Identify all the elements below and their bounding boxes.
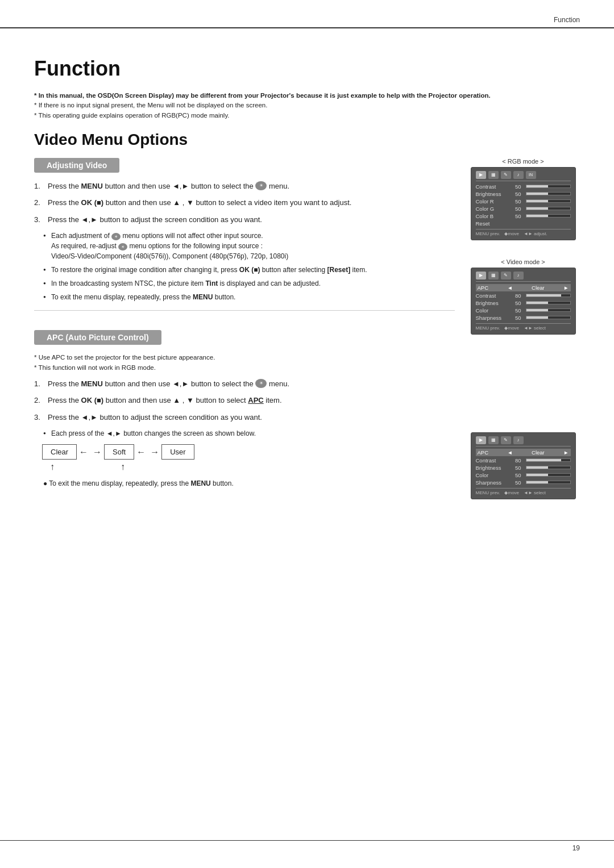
apc-apc-left: ◄ [507, 449, 512, 456]
intro-note1: * If there is no input signal present, t… [34, 102, 267, 108]
video-row-brightness: Brightnes 50 [476, 300, 571, 306]
apc-row-sharpness: Sharpness 50 [476, 479, 571, 486]
top-border [0, 27, 614, 28]
apc-box-user: User [161, 444, 194, 460]
contrast-label: Contrast [476, 183, 510, 190]
video-brightness-label: Brightnes [476, 300, 510, 306]
apc-step-1-text: Press the MENU button and then use ◄,► b… [48, 378, 289, 390]
apc-section: APC (Auto Picture Control) * Use APC to … [34, 319, 455, 487]
colorg-value: 50 [510, 206, 521, 212]
video-contrast-value: 80 [510, 293, 521, 299]
video-osd-container: < Video mode > ▶ ▦ ✎ ♪ APC ◄ Clear [466, 258, 580, 335]
apc-bullet-1: Each press of the ◄,► button changes the… [43, 428, 455, 439]
rgb-row-colorr: Color R 50 [476, 198, 571, 205]
apc-icon-play: ▶ [476, 436, 486, 444]
apc-box-soft: Soft [104, 444, 134, 460]
video-footer-move: ◆move [504, 326, 519, 331]
apc-osd-container: ▶ ▦ ✎ ♪ APC ◄ Clear ► Contrast [466, 432, 580, 499]
bullet-3: In the broadcasting system NTSC, the pic… [43, 278, 455, 289]
page-number: 19 [572, 844, 580, 852]
apc-sharpness-bar-fill [526, 481, 549, 483]
rgb-osd-box: ▶ ▦ ✎ ♪ IN Contrast 50 Brightness [471, 167, 576, 240]
apc-box-clear: Clear [42, 444, 77, 460]
brightness-bar [526, 192, 571, 195]
reset-label: Reset [476, 220, 510, 227]
adjusting-video-bullets: Each adjustment of ☀ menu options will n… [43, 231, 455, 302]
rgb-row-colorb: Color B 50 [476, 213, 571, 219]
step-2-text: Press the OK (■) button and then use ▲ ,… [48, 197, 351, 208]
apc-step-3-text: Press the ◄,► button to adjust the scree… [48, 412, 262, 423]
page-title: Function [34, 57, 580, 81]
apc-osd-icons: ▶ ▦ ✎ ♪ [476, 436, 571, 446]
rgb-row-colorg: Color G 50 [476, 206, 571, 212]
apc-diagram: Clear ← → Soft ← → User [42, 444, 455, 471]
soft-label: Soft [113, 448, 126, 456]
left-arrow-2: ← [134, 447, 148, 457]
page-container: Function 19 Function * In this manual, t… [0, 0, 614, 868]
osd-icon-grid: ▦ [488, 171, 499, 179]
apc-osd-box: ▶ ▦ ✎ ♪ APC ◄ Clear ► Contrast [471, 432, 576, 499]
apc-brightness-bar [526, 466, 571, 469]
video-icon-edit: ✎ [501, 272, 511, 279]
apc-icon-grid: ▦ [488, 436, 499, 444]
video-apc-left: ◄ [507, 285, 512, 291]
apc-sharpness-bar [526, 481, 571, 484]
video-icon-note: ♪ [513, 272, 524, 279]
rgb-osd-icons: ▶ ▦ ✎ ♪ IN [476, 171, 571, 181]
rgb-osd-container: < RGB mode > ▶ ▦ ✎ ♪ IN Contrast 50 [466, 158, 580, 240]
colorr-label: Color R [476, 198, 510, 205]
video-color-bar-fill [526, 309, 549, 311]
user-label: User [170, 448, 185, 456]
page-content: Function * In this manual, the OSD(On Sc… [34, 40, 580, 828]
arrow-1-up: ↑ [50, 462, 55, 471]
apc-color-bar-fill [526, 474, 549, 476]
colorg-bar [526, 207, 571, 210]
apc-row-brightness: Brightness 50 [476, 465, 571, 471]
video-brightness-bar [526, 301, 571, 304]
video-footer-select: ◄► select [524, 326, 546, 331]
bullet-2: To restore the original image condition … [43, 265, 455, 275]
adjusting-video-steps: Press the MENU button and then use ◄,► b… [34, 181, 455, 226]
apc-step-2-text: Press the OK (■) button and then use ▲ ,… [48, 395, 282, 406]
apc-footer-menu: MENU prev. [476, 490, 500, 495]
video-icon-grid: ▦ [488, 272, 499, 279]
colorb-bar-fill [526, 215, 549, 217]
video-contrast-bar [526, 294, 571, 297]
osd-icon-play: ▶ [476, 171, 486, 179]
apc-contrast-label: Contrast [476, 457, 510, 464]
video-row-color: Color 50 [476, 307, 571, 314]
colorg-bar-fill [526, 207, 549, 210]
footer-move: ◆move [504, 231, 519, 236]
contrast-value: 50 [510, 183, 521, 190]
video-row-sharpness: Sharpness 50 [476, 315, 571, 321]
video-color-value: 50 [510, 307, 521, 314]
footer-menu: MENU prev. [476, 231, 500, 236]
arrow-2-up: ↑ [121, 462, 125, 471]
apc-icon-note: ♪ [513, 436, 524, 444]
apc-contrast-bar [526, 458, 571, 462]
up-arrow-2: ↑ [121, 462, 125, 471]
video-brightness-value: 50 [510, 300, 521, 306]
rgb-row-reset: Reset [476, 220, 571, 227]
apc-footer-select: ◄► select [524, 490, 546, 495]
video-osd-icons: ▶ ▦ ✎ ♪ [476, 272, 571, 282]
apc-sharpness-value: 50 [510, 479, 521, 486]
step-1: Press the MENU button and then use ◄,► b… [34, 181, 455, 192]
apc-brightness-bar-fill [526, 466, 549, 469]
video-osd-footer: MENU prev. ◆move ◄► select [476, 323, 571, 331]
apc-brightness-label: Brightness [476, 465, 510, 471]
apc-note-1: * Use APC to set the projector for the b… [34, 353, 455, 362]
apc-apc-right: ► [563, 449, 569, 456]
contrast-bar [526, 185, 571, 188]
video-sharpness-label: Sharpness [476, 315, 510, 321]
rgb-row-contrast: Contrast 50 [476, 183, 571, 190]
colorr-bar-fill [526, 200, 549, 202]
video-brightness-bar-fill [526, 302, 549, 304]
video-apc-clear: Clear [532, 285, 545, 291]
video-mode-label: < Video mode > [466, 258, 580, 265]
diagram-row: Clear ← → Soft ← → User [42, 444, 455, 460]
up-arrows-row: ↑ ↑ [50, 462, 455, 471]
video-apc-row: APC ◄ Clear ► [476, 284, 571, 291]
colorb-bar [526, 214, 571, 218]
rgb-row-brightness: Brightness 50 [476, 191, 571, 197]
